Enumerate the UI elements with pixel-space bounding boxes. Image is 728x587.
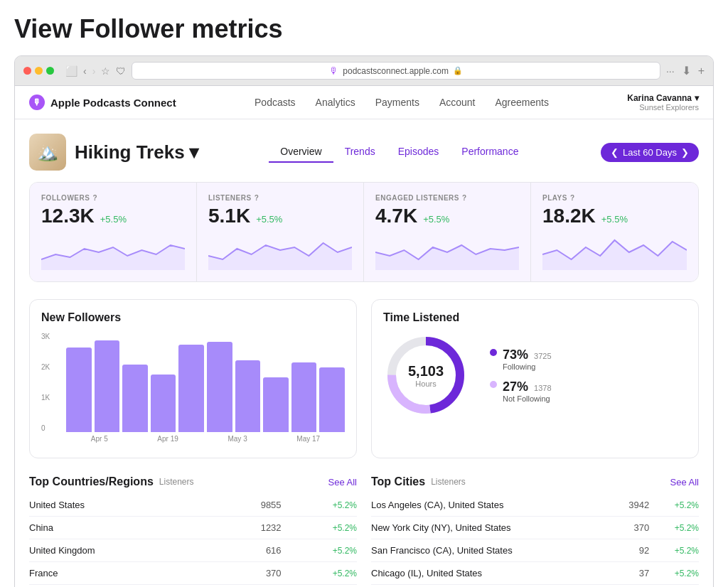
download-icon[interactable]: ⬇ <box>682 64 691 77</box>
stat-plays: PLAYS ? 18.2K +5.5% <box>531 183 698 281</box>
new-followers-chart: 3K 2K 1K 0 <box>41 333 345 446</box>
podcast-title-area: 🏔️ Hiking Treks ▾ <box>29 134 198 171</box>
close-dot[interactable] <box>23 67 31 75</box>
app-nav: Podcasts Analytics Payments Account Agre… <box>255 97 549 108</box>
following-count: 3725 <box>534 352 551 360</box>
info-icon-listeners[interactable]: ? <box>255 194 259 202</box>
top-cities-title: Top Cities Listeners <box>371 475 466 488</box>
table-row: New York City (NY), United States 370 +5… <box>371 517 699 539</box>
top-cities-see-all[interactable]: See All <box>670 477 699 488</box>
info-icon-engaged[interactable]: ? <box>462 194 467 202</box>
legend-not-following: 27% 1378 Not Following <box>490 379 552 403</box>
listeners-chart <box>208 235 352 270</box>
country-name-0: United States <box>29 494 210 517</box>
url-text: podcastsconnect.apple.com <box>343 66 449 76</box>
stat-engaged-label: ENGAGED LISTENERS ? <box>375 194 519 202</box>
table-row: China 1232 +5.2% <box>29 517 357 539</box>
new-followers-section: New Followers 3K 2K 1K 0 <box>29 299 357 458</box>
city-name-3: Chicago (IL), United States <box>371 562 609 585</box>
city-count-1: 370 <box>609 517 658 539</box>
stat-engaged: ENGAGED LISTENERS ? 4.7K +5.5% <box>364 183 531 281</box>
table-row: San Francisco (CA), United States 92 +5.… <box>371 539 699 562</box>
podcast-header: 🏔️ Hiking Treks ▾ Overview Trends Episod… <box>29 134 699 171</box>
legend-dot-following <box>490 349 497 356</box>
country-count-3: 370 <box>210 562 289 585</box>
country-change-1: +5.2% <box>290 517 357 539</box>
x-label-apr19: Apr 19 <box>157 435 178 443</box>
minimize-dot[interactable] <box>35 67 43 75</box>
info-icon-plays[interactable]: ? <box>570 194 575 202</box>
top-cities-section: Top Cities Listeners See All Los Angeles… <box>371 475 699 585</box>
time-listened-section: Time Listened 5,103 Hours <box>371 299 699 458</box>
tab-episodes[interactable]: Episodes <box>387 141 451 163</box>
user-menu[interactable]: Karina Cavanna ▾ Sunset Explorers <box>627 93 699 112</box>
podcast-chevron-icon: ▾ <box>189 141 198 163</box>
tab-trends[interactable]: Trends <box>333 141 387 163</box>
tab-overview[interactable]: Overview <box>269 141 333 163</box>
podcast-name[interactable]: Hiking Treks ▾ <box>75 141 198 163</box>
stat-followers-label: FOLLOWERS ? <box>41 194 185 202</box>
back-icon[interactable]: ‹ <box>83 65 87 77</box>
bar-5 <box>178 345 204 432</box>
info-icon-followers[interactable]: ? <box>92 194 97 202</box>
nav-payments[interactable]: Payments <box>375 97 419 108</box>
city-count-0: 3942 <box>609 494 658 517</box>
x-label-may3: May 3 <box>228 435 247 443</box>
y-label-0: 0 <box>41 424 50 432</box>
podcast-emoji: 🏔️ <box>37 142 58 162</box>
top-countries-see-all[interactable]: See All <box>328 477 357 488</box>
stat-engaged-change: +5.5% <box>423 214 449 225</box>
city-name-0: Los Angeles (CA), United States <box>371 494 609 517</box>
plays-chart <box>542 235 687 270</box>
table-row: France 370 +5.2% <box>29 562 357 585</box>
y-axis: 3K 2K 1K 0 <box>41 333 50 432</box>
table-row: United States 9855 +5.2% <box>29 494 357 517</box>
y-label-3k: 3K <box>41 333 50 340</box>
nav-analytics[interactable]: Analytics <box>316 97 355 108</box>
browser-nav-controls: ⬜ ‹ › ☆ 🛡 <box>65 65 126 77</box>
fullscreen-dot[interactable] <box>46 67 54 75</box>
shield-icon[interactable]: 🛡 <box>116 65 126 77</box>
browser-actions: ··· ⬇ + <box>666 64 705 77</box>
main-content: 🏔️ Hiking Treks ▾ Overview Trends Episod… <box>15 119 713 587</box>
x-label-apr5: Apr 5 <box>91 435 108 443</box>
bar-8 <box>263 377 289 432</box>
podcast-tabs: Overview Trends Episodes Performance <box>269 141 530 163</box>
city-name-2: San Francisco (CA), United States <box>371 539 609 562</box>
bar-chart-x-labels: Apr 5 Apr 19 May 3 May 17 <box>41 435 345 443</box>
chevron-right-icon: ❯ <box>681 147 689 158</box>
chevron-left-icon: ❮ <box>611 147 619 158</box>
user-name: Karina Cavanna ▾ <box>627 93 699 103</box>
city-change-0: +5.2% <box>658 494 699 517</box>
bar-4 <box>151 375 176 432</box>
nav-agreements[interactable]: Agreements <box>495 97 548 108</box>
address-bar[interactable]: 🎙 podcastsconnect.apple.com 🔒 <box>132 62 660 80</box>
date-range-button[interactable]: ❮ Last 60 Days ❯ <box>601 143 699 162</box>
country-name-2: United Kingdom <box>29 539 210 562</box>
bookmark-icon[interactable]: ☆ <box>101 65 110 77</box>
stat-engaged-value: 4.7K +5.5% <box>375 205 519 227</box>
city-change-3: +5.2% <box>658 562 699 585</box>
bar-chart-inner <box>41 333 345 432</box>
browser-window: ⬜ ‹ › ☆ 🛡 🎙 podcastsconnect.apple.com 🔒 … <box>14 55 714 587</box>
table-row: Los Angeles (CA), United States 3942 +5.… <box>371 494 699 517</box>
stat-listeners-label: LISTENERS ? <box>208 194 352 202</box>
lock-icon: 🔒 <box>453 66 463 75</box>
nav-account[interactable]: Account <box>439 97 476 108</box>
top-countries-title: Top Countries/Regions Listeners <box>29 475 194 488</box>
browser-toolbar: ⬜ ‹ › ☆ 🛡 🎙 podcastsconnect.apple.com 🔒 … <box>15 56 713 86</box>
more-icon[interactable]: ··· <box>666 65 675 77</box>
table-row: United Kingdom 616 +5.2% <box>29 539 357 562</box>
nav-podcasts[interactable]: Podcasts <box>255 97 296 108</box>
podcast-thumbnail: 🏔️ <box>29 134 66 171</box>
new-tab-icon[interactable]: + <box>698 65 705 77</box>
not-following-pct: 27% <box>503 379 528 394</box>
top-cities-header: Top Cities Listeners See All <box>371 475 699 488</box>
top-countries-section: Top Countries/Regions Listeners See All … <box>29 475 357 585</box>
bar-1 <box>66 348 92 432</box>
legend-dot-not-following <box>490 381 497 388</box>
sidebar-toggle-icon[interactable]: ⬜ <box>65 65 77 77</box>
tab-performance[interactable]: Performance <box>450 141 530 163</box>
not-following-count: 1378 <box>534 384 551 392</box>
bar-2 <box>95 340 120 432</box>
